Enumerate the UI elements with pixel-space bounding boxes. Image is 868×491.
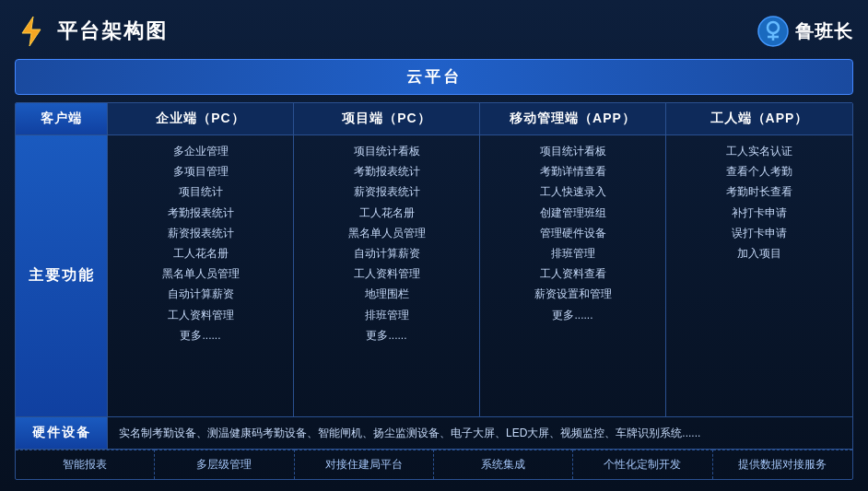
list-item: 误打卡申请 [675,225,843,242]
list-item: 薪资设置和管理 [489,286,656,303]
mobile-content: 项目统计看板 考勤详情查看 工人快速录入 创建管理班组 管理硬件设备 排班管理 … [480,135,666,416]
list-item: 更多...... [489,307,656,324]
list-item: 项目统计 [117,183,284,201]
svg-marker-0 [22,17,41,46]
list-item: 工人花名册 [303,205,470,222]
worker-content: 工人实名认证 查看个人考勤 考勤时长查看 补打卡申请 误打卡申请 加入项目 [666,135,852,416]
feature-item-0: 智能报表 [16,450,155,479]
list-item: 创建管理班组 [489,205,656,222]
col-headers: 客户端 企业端（PC） 项目端（PC） 移动管理端（APP） 工人端（APP） [16,103,852,135]
feature-item-3: 系统集成 [434,450,573,479]
project-content: 项目统计看板 考勤报表统计 薪资报表统计 工人花名册 黑名单人员管理 自动计算薪… [294,135,480,416]
col-header-mobile: 移动管理端（APP） [480,103,666,134]
brand-logo: 鲁班长 [757,15,853,48]
hardware-content: 实名制考勤设备、测温健康码考勤设备、智能闸机、扬尘监测设备、电子大屏、LED大屏… [108,417,852,449]
col-header-project: 项目端（PC） [294,103,480,134]
list-item: 薪资报表统计 [303,183,470,201]
page-wrapper: 平台架构图 鲁班长 云平台 客户端 企业端（PC） 项目端（PC） 移动管理端（… [0,0,868,491]
header-left: 平台架构图 [15,15,168,48]
col-header-client: 客户端 [16,103,108,134]
list-item: 补打卡申请 [675,205,843,222]
list-item: 工人资料管理 [303,265,470,283]
hardware-label: 硬件设备 [16,417,108,449]
list-item: 考勤报表统计 [303,163,470,181]
list-item: 自动计算薪资 [303,245,470,263]
main-grid: 客户端 企业端（PC） 项目端（PC） 移动管理端（APP） 工人端（APP） … [15,102,853,480]
feature-item-5: 提供数据对接服务 [713,450,852,479]
list-item: 自动计算薪资 [117,286,284,303]
list-item: 工人资料查看 [489,265,656,283]
list-item: 查看个人考勤 [675,163,843,181]
list-item: 工人快速录入 [489,183,656,201]
enterprise-content: 多企业管理 多项目管理 项目统计 考勤报表统计 薪资报表统计 工人花名册 黑名单… [108,135,294,416]
col-header-worker: 工人端（APP） [666,103,852,134]
list-item: 排班管理 [303,307,470,324]
list-item: 考勤报表统计 [117,205,284,222]
main-function-label: 主要功能 [16,135,108,416]
logo-icon [15,15,48,48]
list-item: 工人实名认证 [675,143,843,160]
content-row-main: 主要功能 多企业管理 多项目管理 项目统计 考勤报表统计 薪资报表统计 工人花名… [16,135,852,417]
feature-item-4: 个性化定制开发 [573,450,712,479]
list-item: 工人花名册 [117,245,284,263]
col-header-enterprise: 企业端（PC） [108,103,294,134]
list-item: 更多...... [303,327,470,345]
feature-item-1: 多层级管理 [155,450,294,479]
list-item: 考勤详情查看 [489,163,656,181]
list-item: 黑名单人员管理 [303,225,470,242]
list-item: 黑名单人员管理 [117,265,284,283]
feature-item-2: 对接住建局平台 [295,450,434,479]
page-title: 平台架构图 [57,18,168,45]
list-item: 项目统计看板 [303,143,470,160]
list-item: 薪资报表统计 [117,225,284,242]
list-item: 多企业管理 [117,143,284,160]
list-item: 地理围栏 [303,286,470,303]
list-item: 工人资料管理 [117,307,284,324]
list-item: 项目统计看板 [489,143,656,160]
features-row: 智能报表 多层级管理 对接住建局平台 系统集成 个性化定制开发 提供数据对接服务 [16,450,852,479]
list-item: 更多...... [117,327,284,345]
header: 平台架构图 鲁班长 [15,11,853,52]
list-item: 考勤时长查看 [675,183,843,201]
list-item: 管理硬件设备 [489,225,656,242]
hardware-row: 硬件设备 实名制考勤设备、测温健康码考勤设备、智能闸机、扬尘监测设备、电子大屏、… [16,417,852,450]
list-item: 加入项目 [675,245,843,263]
list-item: 排班管理 [489,245,656,263]
brand-name: 鲁班长 [795,19,853,44]
brand-icon [757,15,790,48]
list-item: 多项目管理 [117,163,284,181]
cloud-bar: 云平台 [15,59,853,95]
